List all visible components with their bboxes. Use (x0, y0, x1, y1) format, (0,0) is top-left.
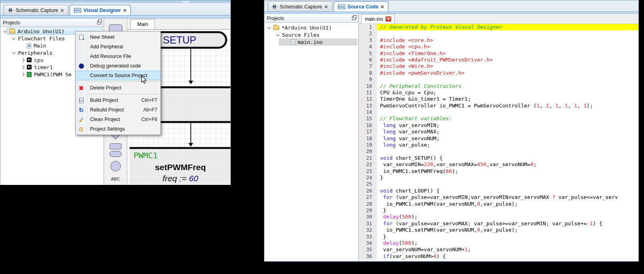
code-text-area[interactable]: 1// Generated by Proteus Visual Designer… (359, 24, 638, 261)
left-document-tabbar: Schematic Capture×0101Visual Designer× (0, 3, 230, 15)
chevron-down-icon[interactable] (12, 36, 16, 40)
line-number: 1 (359, 24, 375, 30)
code-line[interactable]: 32 io_PWMC1.setPWM(var_servoNUM,0,var_pu… (359, 227, 638, 233)
menu-item-build-project[interactable]: 010Build ProjectCtrl+F7 (76, 95, 160, 105)
tab-label: Schematic Capture (280, 4, 322, 10)
code-line[interactable]: 13PwmServoController io_PWMC1 = PwmServo… (359, 103, 638, 109)
close-tab-icon[interactable]: × (123, 8, 126, 13)
code-line[interactable]: 28 io_PWMC1.setPWM(var_servoNUM,0,var_pu… (359, 201, 638, 207)
code-line[interactable]: 23 io_PWMC1.setPWMFreq(60); (359, 168, 638, 175)
mouse-cursor (141, 75, 148, 84)
code-line-text: } (377, 207, 638, 214)
float-panel-icon[interactable] (352, 16, 356, 20)
tree-item-label: cpu (34, 57, 43, 63)
code-line[interactable]: 5#include <TimerOne.h> (359, 50, 638, 57)
code-line[interactable]: 17 long var_servoMAX; (359, 129, 638, 135)
tree-item-main-ino[interactable]: cmain.ino (264, 38, 358, 46)
code-line[interactable]: 14 (359, 109, 638, 115)
sheet-tab-main[interactable]: Main (130, 19, 155, 29)
code-line[interactable]: 31 for (var_pulse=var_servoMAX; var_puls… (359, 220, 638, 227)
flowchart-call-block[interactable]: PWMC1 setPWMFreq freq := 60 (130, 147, 230, 185)
code-line[interactable]: 19 long var_pulse; (359, 142, 638, 148)
close-tab-icon[interactable]: × (381, 4, 384, 10)
tab-schematic-capture[interactable]: Schematic Capture× (268, 1, 332, 12)
code-line[interactable]: 20 (359, 148, 638, 155)
menu-item-add-resource-file[interactable]: Add Resource File (76, 52, 160, 61)
chevron-right-icon[interactable] (21, 58, 25, 62)
close-file-icon[interactable]: × (386, 16, 391, 22)
line-number: 29 (359, 207, 375, 214)
subroutine-tool[interactable] (110, 143, 122, 149)
code-line[interactable]: 27 for (var_pulse=var_servoMIN;var_servo… (359, 194, 638, 201)
code-line[interactable]: 7#include <Wire.h> (359, 63, 638, 69)
tab-visual-designer[interactable]: 0101Visual Designer× (70, 5, 131, 15)
code-line[interactable]: 11CPU &io_cpu = Cpu; (359, 89, 638, 96)
tab-source-code[interactable]: 0101Source Code× (334, 1, 388, 12)
menu-item-delete-project[interactable]: ✖Delete Project (76, 83, 160, 93)
line-number: 23 (359, 168, 375, 175)
rebuild-icon: ↻ (79, 107, 84, 113)
menu-item-add-peripheral[interactable]: Add Peripheral (76, 42, 160, 52)
text-tool[interactable]: ABC (104, 177, 127, 181)
tree-item-label: Source Files (282, 32, 320, 38)
io-tool[interactable] (110, 151, 122, 157)
schematic-capture-icon (8, 8, 13, 13)
code-line[interactable]: 21void chart_SETUP() { (359, 155, 638, 161)
connector-tool[interactable] (110, 161, 121, 171)
code-line[interactable]: 36 if(var_servoNUM>4) { (359, 253, 638, 260)
chevron-down-icon[interactable] (3, 29, 7, 33)
menu-item-rebuild-project[interactable]: ↻Rebuild ProjectAlt+F7 (76, 105, 160, 115)
code-line[interactable]: 30 delay(500); (359, 214, 638, 220)
chevron-down-icon[interactable] (276, 32, 280, 36)
chevron-right-icon[interactable] (21, 72, 25, 76)
code-line[interactable]: 33 } (359, 234, 638, 240)
code-line[interactable]: 25 (359, 181, 638, 187)
code-line[interactable]: 35 var_servoNUM=var_servoNUM+1; (359, 246, 638, 253)
code-line[interactable]: 29 } (359, 207, 638, 214)
menu-item-debug-generated-code[interactable]: Debug generated code (76, 61, 160, 71)
tree-item-source-files[interactable]: Source Files (264, 31, 358, 38)
code-line[interactable]: 16 long var_servoMIN; (359, 122, 638, 129)
chevron-down-icon[interactable] (267, 25, 271, 29)
menu-item-convert-to-source-project[interactable]: Convert to Source Project (76, 71, 160, 80)
code-line[interactable]: 6#include <Adafruit_PWMServoDriver.h> (359, 57, 638, 63)
code-line[interactable]: 18 long var_servoNUM; (359, 135, 638, 142)
code-line-text: #include <core.h> (377, 37, 638, 44)
code-line[interactable]: 26void chart_LOOP() { (359, 188, 638, 194)
code-line[interactable]: 3#include <core.h> (359, 37, 638, 44)
menu-item-clean-project[interactable]: Clean ProjectCtrl+F6 (76, 115, 160, 124)
chevron-down-icon[interactable] (12, 50, 16, 54)
code-line[interactable]: 34 delay(500); (359, 240, 638, 246)
menu-item-project-settings[interactable]: ⚙Project Settings (76, 124, 160, 134)
line-number: 8 (359, 70, 375, 76)
menu-item-new-sheet[interactable]: +New Sheet (76, 32, 160, 42)
gear-icon: ⚙ (78, 126, 84, 132)
code-line[interactable]: 15// Flowchart variables: (359, 115, 638, 122)
code-line[interactable]: 10// Peripheral Constructors (359, 83, 638, 89)
tab-schematic-capture[interactable]: Schematic Capture× (4, 5, 68, 15)
chevron-right-icon[interactable] (21, 65, 25, 69)
file-tab-main-ino[interactable]: main.ino × (361, 14, 395, 24)
float-panel-icon[interactable] (97, 21, 101, 24)
code-line[interactable]: 2 (359, 30, 638, 37)
code-line-text: // Peripheral Constructors (377, 83, 638, 89)
code-line[interactable]: 9 (359, 76, 638, 83)
projects-tree[interactable]: *Arduino Uno(U1)Source Filescmain.ino (264, 23, 358, 261)
line-number: 25 (359, 181, 375, 187)
line-number: 16 (359, 122, 375, 129)
code-line[interactable]: 24} (359, 175, 638, 181)
project-context-menu: +New SheetAdd PeripheralAdd Resource Fil… (75, 31, 161, 135)
code-line[interactable]: 8#include <pwmServoDriver.h> (359, 70, 638, 76)
tree-item--arduino-uno-u1-[interactable]: *Arduino Uno(U1) (264, 24, 358, 31)
code-line[interactable]: 12TimerOne &io_timer1 = Timer1; (359, 96, 638, 102)
code-line[interactable]: 1// Generated by Proteus Visual Designer (359, 24, 638, 30)
line-number: 33 (359, 234, 375, 240)
line-number: 30 (359, 214, 375, 220)
line-number: 28 (359, 201, 375, 207)
close-tab-icon[interactable]: × (60, 8, 64, 13)
code-line[interactable]: 22 var_servoMIN=220,var_servoMAX=450,var… (359, 161, 638, 168)
close-tab-icon[interactable]: × (324, 4, 328, 10)
menu-icon-cell: ↻ (76, 107, 87, 113)
projects-panel: Projects *Arduino Uno(U1)Source Filescma… (264, 14, 359, 261)
code-line[interactable]: 4#include <cpu.h> (359, 44, 638, 50)
